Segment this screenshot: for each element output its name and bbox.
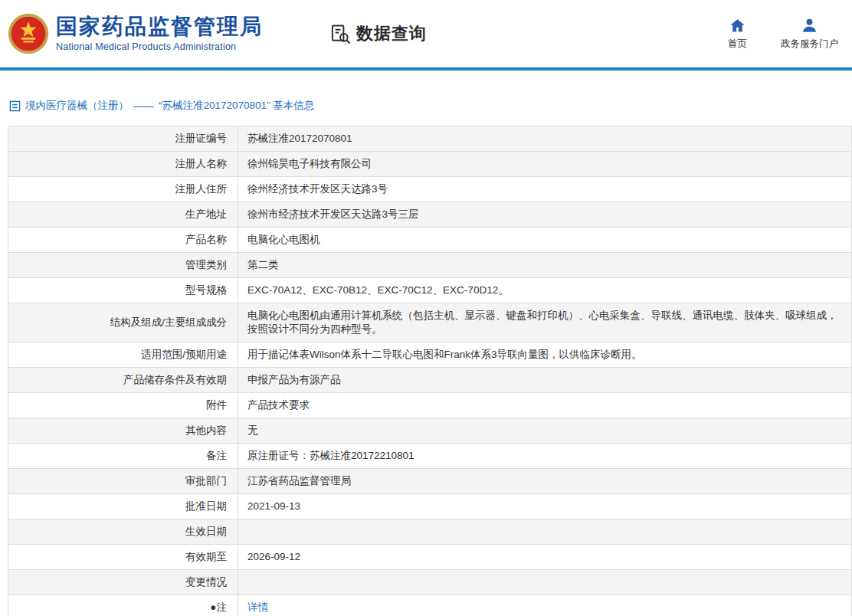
row-label: 变更情况 xyxy=(8,570,238,595)
header-nav: 首页 政务服务门户 xyxy=(728,18,841,51)
table-row: 附件产品技术要求 xyxy=(8,393,852,418)
breadcrumb-section-link[interactable]: 境内医疗器械（注册） xyxy=(25,99,129,113)
row-label: 其他内容 xyxy=(8,418,238,444)
data-query-nav[interactable]: 数据查询 xyxy=(330,22,427,45)
row-label: 结构及组成/主要组成成分 xyxy=(8,303,238,342)
row-label: 生产地址 xyxy=(8,202,238,228)
national-emblem-icon xyxy=(8,13,49,54)
row-value: 2021-09-13 xyxy=(238,494,852,519)
table-row: 结构及组成/主要组成成分电脑化心电图机由通用计算机系统（包括主机、显示器、键盘和… xyxy=(8,303,852,342)
registration-info-table: 注册证编号苏械注准20172070801注册人名称徐州锦昊电子科技有限公司注册人… xyxy=(8,126,852,616)
row-value: 2026-09-12 xyxy=(238,545,852,570)
table-row: 型号规格EXC-70A12、EXC-70B12、EXC-70C12、EXC-70… xyxy=(8,278,852,303)
row-value: 徐州经济技术开发区天达路3号 xyxy=(238,177,852,202)
detail-link[interactable]: 详情 xyxy=(247,601,268,613)
home-link[interactable]: 首页 xyxy=(728,18,747,51)
breadcrumb: 境内医疗器械（注册） —— “苏械注准20172070801” 基本信息 xyxy=(9,99,852,113)
row-label: 生效日期 xyxy=(8,519,238,545)
home-icon xyxy=(729,18,746,34)
row-label: 审批部门 xyxy=(8,469,238,494)
row-label: 附件 xyxy=(8,393,238,418)
row-value xyxy=(238,519,852,545)
site-header: 国家药品监督管理局 National Medical Products Admi… xyxy=(0,0,852,67)
table-row: 适用范围/预期用途用于描记体表Wilson体系十二导联心电图和Frank体系3导… xyxy=(8,342,852,368)
row-value: 苏械注准20172070801 xyxy=(238,126,852,152)
data-query-icon xyxy=(330,24,351,44)
row-value: 原注册证号：苏械注准20172210801 xyxy=(238,444,852,469)
table-row: 变更情况 xyxy=(8,570,852,595)
table-row: 产品名称电脑化心电图机 xyxy=(8,228,852,253)
row-label: 注册人名称 xyxy=(8,152,238,177)
breadcrumb-current: “苏械注准20172070801” 基本信息 xyxy=(159,99,314,113)
row-value: 江苏省药品监督管理局 xyxy=(238,469,852,494)
site-title-block: 国家药品监督管理局 National Medical Products Admi… xyxy=(56,15,263,52)
user-icon xyxy=(801,18,818,34)
row-value: EXC-70A12、EXC-70B12、EXC-70C12、EXC-70D12。 xyxy=(238,278,852,303)
row-value: 电脑化心电图机 xyxy=(238,228,852,253)
category-icon xyxy=(9,100,21,112)
row-label: 注册人住所 xyxy=(8,177,238,202)
row-value: 电脑化心电图机由通用计算机系统（包括主机、显示器、键盘和打印机）、心电采集盒、导… xyxy=(238,303,852,342)
table-row: 生效日期 xyxy=(8,519,852,545)
table-row: 备注原注册证号：苏械注准20172210801 xyxy=(8,444,852,469)
row-label: 注册证编号 xyxy=(8,126,238,152)
table-row: 其他内容无 xyxy=(8,418,852,444)
row-value: 产品技术要求 xyxy=(238,393,852,418)
site-title: 国家药品监督管理局 xyxy=(56,15,263,39)
row-label: 适用范围/预期用途 xyxy=(8,342,238,368)
header-divider xyxy=(0,67,852,70)
site-subtitle: National Medical Products Administration xyxy=(56,41,263,52)
table-row: 注册证编号苏械注准20172070801 xyxy=(8,126,852,152)
row-label: 型号规格 xyxy=(8,278,238,303)
table-row: 有效期至2026-09-12 xyxy=(8,545,852,570)
table-row: 审批部门江苏省药品监督管理局 xyxy=(8,469,852,494)
row-label: ●注 xyxy=(8,595,238,616)
row-value: 无 xyxy=(238,418,852,444)
row-value: 徐州锦昊电子科技有限公司 xyxy=(238,152,852,177)
row-value: 详情 xyxy=(238,595,852,616)
row-label: 有效期至 xyxy=(8,545,238,570)
row-value: 徐州市经济技术开发区天达路3号三层 xyxy=(238,202,852,228)
data-query-label: 数据查询 xyxy=(356,22,427,45)
home-label: 首页 xyxy=(728,38,747,51)
gov-portal-link[interactable]: 政务服务门户 xyxy=(781,18,838,51)
row-label: 管理类别 xyxy=(8,253,238,278)
table-row: ●注详情 xyxy=(8,595,852,616)
row-value: 第二类 xyxy=(238,253,852,278)
table-row: 批准日期2021-09-13 xyxy=(8,494,852,519)
gov-portal-label: 政务服务门户 xyxy=(781,38,838,51)
breadcrumb-separator: —— xyxy=(133,100,154,112)
row-label: 产品储存条件及有效期 xyxy=(8,368,238,393)
row-value xyxy=(238,570,852,595)
row-value: 用于描记体表Wilson体系十二导联心电图和Frank体系3导联向量图，以供临床… xyxy=(238,342,852,368)
row-label: 备注 xyxy=(8,444,238,469)
row-label: 批准日期 xyxy=(8,494,238,519)
table-row: 生产地址徐州市经济技术开发区天达路3号三层 xyxy=(8,202,852,228)
table-row: 注册人名称徐州锦昊电子科技有限公司 xyxy=(8,152,852,177)
info-table-body: 注册证编号苏械注准20172070801注册人名称徐州锦昊电子科技有限公司注册人… xyxy=(8,126,852,616)
row-label: 产品名称 xyxy=(8,228,238,253)
table-row: 产品储存条件及有效期申报产品为有源产品 xyxy=(8,368,852,393)
table-row: 管理类别第二类 xyxy=(8,253,852,278)
nmpa-logo-home-link[interactable]: 国家药品监督管理局 National Medical Products Admi… xyxy=(8,13,263,54)
table-row: 注册人住所徐州经济技术开发区天达路3号 xyxy=(8,177,852,202)
row-value: 申报产品为有源产品 xyxy=(238,368,852,393)
